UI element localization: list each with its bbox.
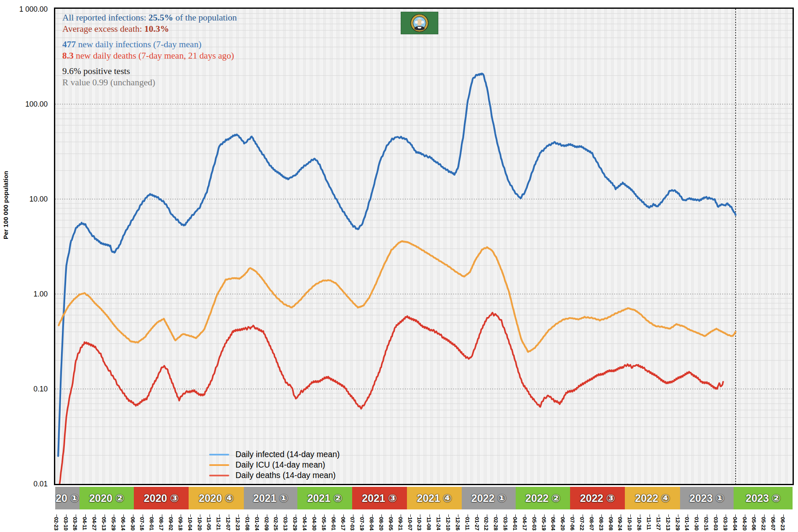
quarter-band: 20 ① — [55, 487, 79, 509]
annotation-line: R value 0.99 (unchanged) — [62, 77, 237, 88]
x-date-label: 05-16 — [321, 517, 327, 530]
x-date-label: 03-29 — [292, 517, 298, 530]
y-axis-title: Per 100 000 population — [1, 162, 10, 248]
x-date-label: 08-23 — [598, 517, 604, 530]
quarter-band: 2020 ② — [79, 487, 134, 509]
x-date-label: 08-20 — [378, 517, 384, 530]
legend-line-swatch — [209, 464, 229, 466]
quarter-band: 2023 ① — [680, 487, 734, 509]
x-date-label: 02-23 — [53, 517, 59, 530]
x-date-label: 12-23 — [235, 517, 241, 530]
x-date-label: 12-26 — [455, 517, 461, 530]
x-date-label: 01-24 — [254, 517, 260, 530]
annotation-line: 8.3 new daily deaths (7-day mean, 21 day… — [62, 50, 237, 61]
x-date-label: 11-24 — [435, 517, 442, 530]
x-date-label: 08-17 — [158, 517, 164, 530]
x-date-label: 06-30 — [130, 517, 136, 530]
x-date-label: 09-24 — [617, 517, 623, 530]
legend-line-swatch — [209, 475, 229, 476]
series-infected-line — [58, 74, 736, 456]
y-tick-label: 100.00 — [0, 100, 48, 109]
x-date-label: 07-06 — [569, 517, 575, 530]
x-date-label: 03-26 — [72, 517, 78, 530]
summary-annotations: All reported infections: 25.5% of the po… — [62, 12, 237, 88]
y-tick-label: 1.00 — [0, 289, 48, 299]
x-date-label: 08-04 — [368, 517, 375, 530]
x-date-label: 11-21 — [215, 517, 222, 530]
x-date-label: 08-07 — [588, 517, 595, 530]
x-date-label: 03-19 — [722, 517, 729, 530]
x-date-label: 06-04 — [550, 517, 556, 530]
quarter-band: 2022 ① — [462, 487, 516, 509]
x-date-label: 10-10 — [627, 517, 633, 530]
x-date-label: 01-08 — [244, 517, 251, 530]
x-date-label: 05-19 — [541, 517, 547, 530]
series-icu-line — [59, 241, 736, 352]
x-date-label: 09-18 — [177, 517, 184, 530]
x-date-label: 03-03 — [713, 517, 719, 530]
legend-label: Daily infected (14-day mean) — [235, 450, 340, 459]
x-date-label: 11-08 — [426, 517, 432, 530]
x-date-label: 09-21 — [397, 517, 404, 530]
x-date-label: 12-29 — [675, 517, 681, 530]
x-date-label: 10-23 — [416, 517, 422, 530]
x-date-label: 03-10 — [63, 517, 69, 530]
x-date-label: 10-20 — [197, 517, 203, 530]
x-date-label: 07-03 — [349, 517, 356, 530]
x-date-label: 07-22 — [579, 517, 585, 530]
x-date-label: 04-14 — [302, 517, 308, 530]
x-date-label: 01-30 — [693, 517, 700, 530]
x-date-label: 04-20 — [742, 517, 748, 530]
x-date-label: 02-09 — [263, 517, 270, 530]
x-date-label: 03-13 — [282, 517, 289, 530]
quarter-band: 2021 ② — [297, 487, 352, 509]
x-date-label: 12-13 — [665, 517, 671, 530]
legend-label: Daily ICU (14-day mean) — [235, 460, 325, 470]
legend-item: Daily ICU (14-day mean) — [209, 460, 340, 470]
x-date-label: 07-19 — [359, 517, 365, 530]
quarter-bands-axis: 20 ①2020 ②2020 ③2020 ④2021 ①2021 ②2021 ③… — [0, 487, 798, 509]
x-date-label: 10-26 — [636, 517, 642, 530]
quarter-band: 2021 ④ — [407, 487, 462, 509]
x-date-label: 05-13 — [101, 517, 107, 530]
x-date-label: 01-14 — [684, 517, 690, 530]
x-date-label: 07-16 — [139, 517, 145, 530]
x-date-label: 12-07 — [225, 517, 231, 530]
x-date-label: 10-07 — [407, 517, 413, 530]
x-date-label: 12-10 — [445, 517, 451, 530]
annotation-line: All reported infections: 25.5% of the po… — [62, 12, 237, 23]
x-date-label: 02-12 — [483, 517, 489, 530]
x-date-label: 04-04 — [732, 517, 738, 530]
x-date-label: 06-07 — [770, 517, 776, 530]
annotation-line: 9.6% positive tests — [62, 66, 237, 77]
x-date-label: 09-08 — [608, 517, 614, 530]
x-date-label: 10-04 — [187, 517, 193, 530]
x-date-label: 05-22 — [760, 517, 767, 530]
legend-line-swatch — [209, 454, 229, 455]
x-date-label: 04-30 — [311, 517, 317, 530]
x-date-label: 01-27 — [474, 517, 480, 530]
x-date-label: 04-17 — [522, 517, 528, 530]
quarter-band: 2020 ④ — [189, 487, 243, 509]
y-tick-label: 0.10 — [0, 384, 48, 394]
quarter-band: 2022 ④ — [625, 487, 680, 509]
x-date-label: 06-23 — [780, 517, 786, 530]
y-tick-label: 10.00 — [0, 194, 48, 204]
legend-label: Daily deaths (14-day mean) — [235, 471, 336, 480]
chart-legend: Daily infected (14-day mean)Daily ICU (1… — [209, 449, 340, 481]
quarter-band: 2021 ③ — [352, 487, 407, 509]
x-date-label: 06-01 — [330, 517, 337, 530]
quarter-band: 2020 ③ — [134, 487, 189, 509]
x-date-label: 11-27 — [655, 517, 662, 530]
x-date-label: 04-11 — [82, 517, 88, 530]
annotation-line: Average excess death: 10.3% — [62, 23, 237, 35]
x-date-label: 04-27 — [91, 517, 97, 530]
quarter-band: 2022 ② — [516, 487, 570, 509]
x-date-label: 09-02 — [168, 517, 174, 530]
x-date-label: 05-03 — [531, 517, 537, 530]
x-date-label: 02-28 — [493, 517, 499, 530]
x-date-label: 06-14 — [120, 517, 126, 530]
x-date-label: 05-06 — [751, 517, 757, 530]
x-date-label: 09-05 — [388, 517, 394, 530]
quarter-band: 2021 ① — [244, 487, 298, 509]
